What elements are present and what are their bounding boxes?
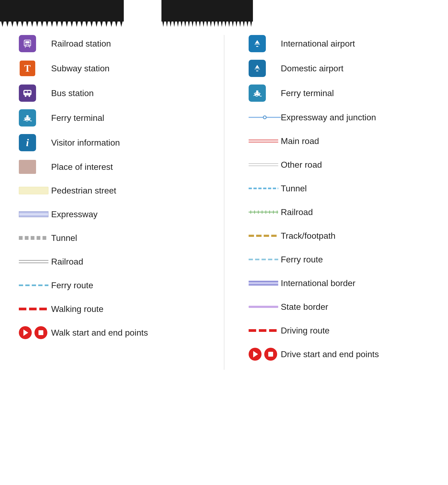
- legend-item-bus-station: Bus station: [16, 85, 202, 102]
- legend-item-railroad-station: Railroad station: [16, 35, 202, 52]
- walk-points-label: Walk start and end points: [51, 328, 148, 338]
- walking-route-icon: [19, 308, 48, 310]
- legend-item-railroad-left: Railroad: [16, 254, 202, 270]
- railroad-right-label: Railroad: [281, 207, 313, 217]
- tunnel-right-icon: [249, 188, 278, 189]
- icon-expressway-junction: [246, 115, 281, 120]
- icon-tunnel-left: [16, 236, 51, 240]
- svg-rect-15: [26, 115, 29, 118]
- state-border-icon: [249, 306, 278, 308]
- icon-driving-route: [246, 329, 281, 332]
- svg-rect-10: [28, 91, 30, 93]
- railroad-station-label: Railroad station: [51, 38, 111, 49]
- subway-station-label: Subway station: [51, 63, 110, 73]
- drive-points-label: Drive start and end points: [281, 349, 379, 359]
- pedestrian-street-icon: [19, 187, 48, 194]
- drive-start-icon: [249, 348, 262, 361]
- svg-rect-18: [256, 71, 258, 71]
- track-footpath-icon: [249, 235, 278, 237]
- icon-pedestrian-street: [16, 187, 51, 194]
- tunnel-left-label: Tunnel: [51, 233, 77, 243]
- legend-item-ferry-route-left: Ferry route: [16, 277, 202, 293]
- icon-international-border: [246, 281, 281, 286]
- state-border-label: State border: [281, 302, 328, 312]
- svg-line-6: [29, 47, 30, 48]
- icon-expressway-left: [16, 211, 51, 217]
- icon-main-road: [246, 139, 281, 143]
- icon-railroad-right: [246, 210, 281, 214]
- railroad-left-icon: [19, 259, 48, 264]
- expressway-left-icon: [19, 211, 48, 217]
- svg-point-4: [29, 45, 30, 46]
- torn-bar-left: [0, 0, 124, 22]
- ferry-terminal-left-icon: [19, 109, 36, 126]
- ferry-route-left-label: Ferry route: [51, 280, 93, 290]
- svg-rect-11: [24, 93, 31, 95]
- tunnel-right-label: Tunnel: [281, 183, 307, 194]
- domestic-airport-icon: [249, 60, 266, 77]
- walking-route-label: Walking route: [51, 304, 103, 314]
- legend-content: Railroad station T Subway station: [0, 30, 448, 375]
- svg-rect-1: [25, 41, 30, 43]
- international-airport-icon: [249, 35, 266, 52]
- icon-walk-points: [16, 326, 51, 339]
- subway-station-icon: T: [19, 60, 36, 77]
- icon-visitor-info: i: [16, 134, 51, 151]
- railroad-left-label: Railroad: [51, 256, 83, 267]
- icon-international-airport: [246, 35, 281, 52]
- icon-state-border: [246, 306, 281, 308]
- icon-walking-route: [16, 308, 51, 310]
- legend-item-ferry-terminal-right: Ferry terminal: [246, 85, 432, 102]
- international-border-label: International border: [281, 278, 356, 288]
- driving-route-icon: [249, 329, 278, 332]
- svg-rect-19: [256, 90, 258, 94]
- expressway-junction-icon: [249, 115, 281, 120]
- expressway-left-label: Expressway: [51, 209, 98, 219]
- legend-item-ferry-route-right: Ferry route: [246, 251, 432, 268]
- icon-ferry-route-left: [16, 284, 51, 286]
- torn-bar-right: [161, 0, 253, 22]
- pedestrian-street-label: Pedestrian street: [51, 185, 116, 196]
- junction-circle: [263, 115, 267, 119]
- railroad-right-icon: [249, 210, 278, 214]
- walk-start-icon: [19, 326, 32, 339]
- expressway-junction-label: Expressway and junction: [281, 112, 376, 122]
- legend-item-place-of-interest: Place of interest: [16, 159, 202, 175]
- legend-item-main-road: Main road: [246, 133, 432, 149]
- railroad-station-icon: [19, 35, 36, 52]
- icon-tunnel-right: [246, 188, 281, 189]
- legend-item-railroad-right: Railroad: [246, 204, 432, 220]
- legend-item-international-airport: International airport: [246, 35, 432, 52]
- legend-item-walk-points: Walk start and end points: [16, 325, 202, 341]
- legend-item-expressway-left: Expressway: [16, 206, 202, 222]
- ferry-terminal-right-icon: [249, 85, 266, 102]
- info-i-letter: i: [26, 137, 29, 149]
- svg-rect-9: [24, 91, 27, 93]
- main-road-label: Main road: [281, 136, 319, 146]
- legend-item-walking-route: Walking route: [16, 301, 202, 317]
- left-column: Railroad station T Subway station: [16, 35, 202, 370]
- icon-ferry-terminal-right: [246, 85, 281, 102]
- ferry-route-right-label: Ferry route: [281, 254, 323, 265]
- icon-ferry-route-right: [246, 259, 281, 260]
- legend-item-visitor-info: i Visitor information: [16, 134, 202, 151]
- ferry-terminal-left-label: Ferry terminal: [51, 113, 104, 123]
- ferry-terminal-right-label: Ferry terminal: [281, 88, 334, 98]
- ferry-route-right-icon: [249, 259, 278, 260]
- bus-station-icon: [19, 85, 36, 102]
- visitor-info-icon: i: [19, 134, 36, 151]
- icon-place-of-interest: [16, 160, 51, 174]
- legend-item-tunnel-right: Tunnel: [246, 180, 432, 196]
- legend-item-pedestrian-street: Pedestrian street: [16, 182, 202, 199]
- legend-item-state-border: State border: [246, 299, 432, 315]
- tunnel-left-icon: [19, 236, 48, 240]
- legend-item-international-border: International border: [246, 275, 432, 291]
- place-of-interest-icon: [19, 160, 36, 174]
- place-of-interest-label: Place of interest: [51, 162, 113, 172]
- walk-points-icon: [19, 326, 47, 339]
- legend-item-track-footpath: Track/footpath: [246, 228, 432, 244]
- other-road-label: Other road: [281, 160, 322, 170]
- svg-point-3: [25, 45, 26, 46]
- legend-item-tunnel-left: Tunnel: [16, 230, 202, 246]
- driving-route-label: Driving route: [281, 325, 330, 336]
